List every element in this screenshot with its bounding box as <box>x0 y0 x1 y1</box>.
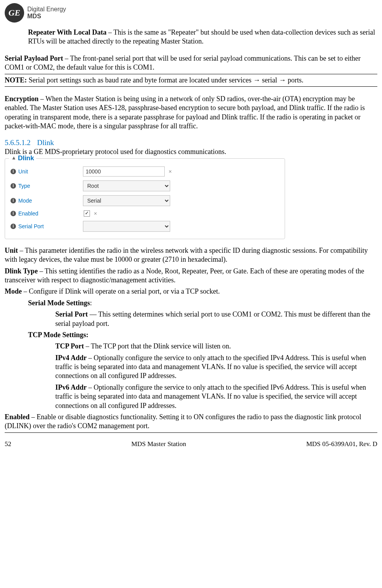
label-unit[interactable]: Unit <box>18 168 81 175</box>
term-tcp-port: TCP Port <box>55 342 84 350</box>
arrow-icon-1: → <box>253 76 260 84</box>
checkbox-enabled[interactable]: ✓ <box>84 210 90 217</box>
ge-logo-text: GE <box>9 7 21 19</box>
desc-dlink-type: – This setting identifies the radio as a… <box>5 267 364 284</box>
divider-top <box>5 74 377 74</box>
term-mode: Mode <box>5 287 22 295</box>
label-type[interactable]: Type <box>18 182 81 189</box>
heading-title: Dlink <box>37 138 54 147</box>
row-enabled: i Enabled ✓ × <box>11 210 279 217</box>
heading-serial-mode-settings: Serial Mode Settings: <box>28 299 377 308</box>
desc-encryption: – When the Master Station is being using… <box>5 95 365 130</box>
def-mode: Mode – Configure if Dlink will operate o… <box>5 287 377 296</box>
note-t2: serial <box>260 76 279 84</box>
term-serial-payload: Serial Payload Port <box>5 54 63 62</box>
def-ipv4: IPv4 Addr – Optionally configure the ser… <box>55 354 377 381</box>
label-mode[interactable]: Mode <box>18 197 81 204</box>
term-ipv4: IPv4 Addr <box>55 354 87 362</box>
check-icon: ✓ <box>85 210 89 217</box>
select-mode[interactable]: Serial <box>83 195 170 206</box>
chevron-up-icon: ▲ <box>11 155 16 161</box>
desc-enabled: – Enable or disable diagnostics function… <box>5 413 361 430</box>
dlink-legend[interactable]: ▲ Dlink <box>9 154 36 163</box>
dlink-legend-text: Dlink <box>18 154 34 163</box>
para-serial-payload: Serial Payload Port – The front-panel se… <box>5 54 377 72</box>
def-dlink-type: Dlink Type – This setting identifies the… <box>5 267 377 285</box>
footer-center: MDS Master Station <box>131 440 186 448</box>
footer: 52 MDS Master Station MDS 05-6399A01, Re… <box>5 440 377 448</box>
clear-unit-icon[interactable]: × <box>169 168 172 175</box>
logo-text: Digital Energy MDS <box>27 6 66 19</box>
divider-bottom <box>5 86 377 87</box>
select-serial-port[interactable] <box>83 221 170 232</box>
info-icon[interactable]: i <box>11 198 16 203</box>
term-ipv6: IPv6 Addr <box>55 383 87 391</box>
logo-top: Digital Energy <box>27 6 66 13</box>
info-icon[interactable]: i <box>11 183 16 189</box>
tms-heading: TCP Mode Settings: <box>28 331 88 339</box>
desc-mode: – Configure if Dlink will operate on a s… <box>22 287 220 295</box>
sms-colon: : <box>90 299 92 307</box>
info-icon[interactable]: i <box>11 169 16 174</box>
note-t3: ports. <box>286 76 303 84</box>
desc-unit: – This parameter identifies the radio in… <box>5 247 368 263</box>
term-repeater: Repeater With Local Data <box>28 28 106 36</box>
dlink-panel: ▲ Dlink i Unit × i Type Root i Mode Seri… <box>5 158 285 239</box>
heading-number: 5.6.5.1.2 <box>5 138 31 147</box>
para-encryption: Encryption – When the Master Station is … <box>5 94 377 131</box>
def-serial-port: Serial Port — This setting determines wh… <box>55 310 377 328</box>
label-serial-port[interactable]: Serial Port <box>18 223 81 230</box>
term-enabled: Enabled <box>5 413 30 421</box>
info-icon[interactable]: i <box>11 211 16 216</box>
heading-dlink: 5.6.5.1.2 Dlink <box>5 138 377 148</box>
clear-enabled-icon[interactable]: × <box>94 210 97 217</box>
desc-tcp-port: – The TCP port that the Dlink service wi… <box>84 342 231 350</box>
footer-right: MDS 05-6399A01, Rev. D <box>306 440 377 448</box>
term-encryption: Encryption <box>5 95 39 103</box>
row-type: i Type Root <box>11 180 279 191</box>
ge-logo-icon: GE <box>5 3 24 23</box>
info-icon[interactable]: i <box>11 224 16 229</box>
note-t1: Serial port settings such as baud rate a… <box>27 76 253 84</box>
term-serial-port: Serial Port <box>55 310 88 318</box>
row-serial-port: i Serial Port <box>11 221 279 232</box>
def-enabled: Enabled – Enable or disable diagnostics … <box>5 413 377 431</box>
heading-tcp-mode-settings: TCP Mode Settings: <box>28 331 377 340</box>
note-label: NOTE: <box>5 76 27 84</box>
arrow-icon-2: → <box>279 76 286 84</box>
input-unit[interactable] <box>83 166 165 177</box>
sms-heading: Serial Mode Settings <box>28 299 90 307</box>
term-unit: Unit <box>5 247 18 254</box>
row-mode: i Mode Serial <box>11 195 279 206</box>
desc-ipv4: – Optionally configure the service to on… <box>55 354 366 380</box>
note-block: NOTE: Serial port settings such as baud … <box>5 76 377 85</box>
desc-ipv6: – Optionally configure the service to on… <box>55 383 366 410</box>
logo-bottom: MDS <box>27 13 66 20</box>
term-dlink-type: Dlink Type <box>5 267 38 275</box>
def-ipv6: IPv6 Addr – Optionally configure the ser… <box>55 383 377 410</box>
footer-divider <box>5 432 377 433</box>
header-logo: GE Digital Energy MDS <box>5 3 377 23</box>
row-unit: i Unit × <box>11 166 279 177</box>
def-tcp-port: TCP Port – The TCP port that the Dlink s… <box>55 342 377 351</box>
para-repeater: Repeater With Local Data – This is the s… <box>28 28 377 46</box>
label-enabled[interactable]: Enabled <box>18 210 81 217</box>
def-unit: Unit – This parameter identifies the rad… <box>5 246 377 264</box>
select-type[interactable]: Root <box>83 180 170 191</box>
dlink-intro: Dlink is a GE MDS-proprietary protocol u… <box>5 147 377 156</box>
desc-serial-port: — This setting determines which serial p… <box>55 310 370 327</box>
footer-page: 52 <box>5 440 11 448</box>
